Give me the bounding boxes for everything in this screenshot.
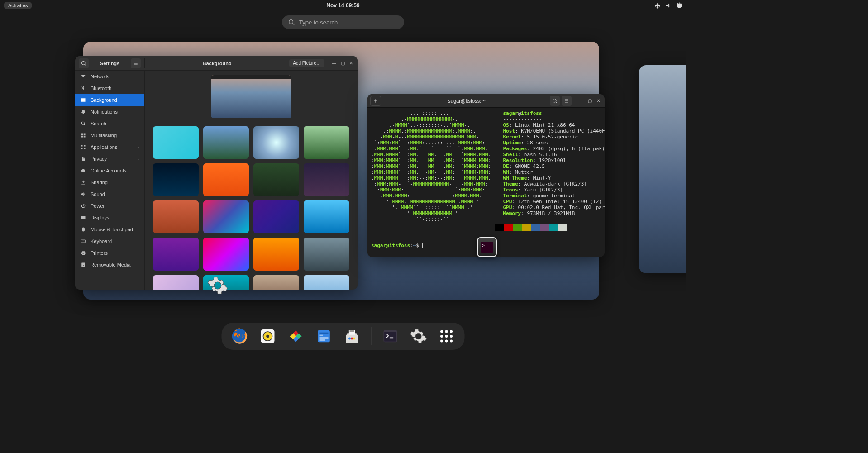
svg-rect-4 [84,134,86,135]
settings-menu-button[interactable] [131,58,141,68]
settings-window[interactable]: Settings Background Add Picture… — ▢ ✕ N… [75,56,358,290]
wallpaper-thumb[interactable] [253,126,299,159]
dock-settings[interactable] [410,327,428,345]
sidebar-item-applications[interactable]: Applications› [75,141,144,153]
wallpaper-thumb[interactable] [203,163,249,196]
sidebar-item-label: Privacy [91,156,107,162]
wallpaper-thumb[interactable] [153,238,199,270]
wallpaper-thumb[interactable] [304,163,349,196]
terminal-search-button[interactable] [550,96,560,106]
new-tab-button[interactable] [370,96,381,106]
sidebar-item-label: Mouse & Touchpad [91,227,133,232]
chevron-right-icon: › [138,145,139,150]
sidebar-item-keyboard[interactable]: Keyboard [75,235,144,247]
sidebar-item-label: Displays [91,215,110,220]
wallpaper-thumb[interactable] [253,163,299,196]
svg-point-13 [83,265,84,266]
minimize-button[interactable]: — [579,98,583,103]
add-picture-button[interactable]: Add Picture… [289,59,324,67]
dash [222,323,465,350]
sidebar-item-online-accounts[interactable]: Online Accounts [75,165,144,176]
close-button[interactable]: ✕ [349,61,353,66]
svg-point-18 [266,335,269,338]
terminal-window[interactable]: sagar@itsfoss: ~ — ▢ ✕ ...-:::::-... sag… [367,94,605,257]
sidebar-item-multitasking[interactable]: Multitasking [75,129,144,141]
sidebar-item-privacy[interactable]: Privacy› [75,153,144,165]
wallpaper-thumb[interactable] [203,126,249,159]
svg-point-30 [440,330,443,333]
svg-point-25 [348,338,351,340]
maximize-button[interactable]: ▢ [588,98,592,103]
sidebar-item-power[interactable]: Power [75,200,144,212]
sidebar-item-printers[interactable]: Printers [75,247,144,259]
sidebar-item-displays[interactable]: Displays [75,212,144,224]
power-indicator-icon[interactable] [676,2,682,9]
settings-headerbar: Settings Background Add Picture… — ▢ ✕ [75,56,358,71]
wallpaper-thumb[interactable] [153,126,199,159]
svg-point-32 [450,330,453,333]
svg-point-27 [353,338,355,340]
dock-software[interactable] [343,327,361,345]
svg-rect-6 [84,136,86,138]
close-button[interactable]: ✕ [596,98,600,103]
wallpaper-thumb[interactable] [203,200,249,233]
settings-content [145,71,358,290]
wallpaper-thumb[interactable] [153,275,199,290]
wallpaper-thumb[interactable] [153,163,199,196]
wallpaper-thumb[interactable] [304,275,349,290]
dock-show-apps[interactable] [438,327,456,345]
dock-separator [371,327,372,345]
settings-search-button[interactable] [79,58,89,68]
svg-point-14 [553,99,557,102]
wallpaper-thumb[interactable] [253,238,299,270]
sidebar-item-mouse-touchpad[interactable]: Mouse & Touchpad [75,224,144,235]
wallpaper-thumb[interactable] [253,275,299,290]
dock-photos[interactable] [287,327,305,345]
sidebar-item-search[interactable]: Search [75,118,144,129]
wallpaper-thumb[interactable] [304,126,349,159]
dock-firefox[interactable] [231,327,249,345]
settings-pane-title: Background [145,61,289,66]
wallpaper-thumb[interactable] [153,200,199,233]
sidebar-item-notifications[interactable]: Notifications [75,106,144,118]
sidebar-item-background[interactable]: Background [75,94,144,106]
settings-title: Settings [91,61,128,66]
search-placeholder: Type to search [299,19,338,26]
terminal-menu-button[interactable] [562,96,572,106]
overview-search[interactable]: Type to search [282,15,404,29]
sidebar-item-label: Background [91,97,117,103]
sidebar-item-sound[interactable]: Sound [75,188,144,200]
svg-point-38 [450,340,453,343]
wallpaper-grid [153,126,349,290]
wallpaper-thumb[interactable] [203,238,249,270]
wallpaper-thumb[interactable] [304,238,349,270]
sidebar-item-removable-media[interactable]: Removable Media [75,259,144,271]
dock-files[interactable] [315,327,333,345]
svg-rect-10 [84,148,86,149]
svg-rect-8 [84,145,86,147]
volume-indicator-icon[interactable] [665,2,672,9]
activities-button[interactable]: Activities [4,2,32,9]
clock[interactable]: Nov 14 09:59 [326,2,359,9]
svg-rect-9 [81,148,83,149]
sidebar-item-label: Bluetooth [91,86,111,91]
workspace-2[interactable] [639,65,686,273]
sidebar-item-bluetooth[interactable]: Bluetooth [75,82,144,94]
wallpaper-thumb[interactable] [253,200,299,233]
settings-sidebar: NetworkBluetoothBackgroundNotificationsS… [75,71,145,290]
maximize-button[interactable]: ▢ [341,61,345,66]
sidebar-item-sharing[interactable]: Sharing [75,176,144,188]
dock-rhythmbox[interactable] [259,327,277,345]
sidebar-item-network[interactable]: Network [75,71,144,82]
minimize-button[interactable]: — [332,61,336,66]
svg-rect-5 [81,136,83,138]
dock-terminal[interactable] [382,327,400,345]
window-icon-terminal[interactable]: >_ [477,237,497,257]
wallpaper-thumb[interactable] [304,200,349,233]
sidebar-item-label: Online Accounts [91,168,127,173]
svg-rect-22 [320,337,329,339]
window-icon-settings[interactable] [206,274,229,297]
svg-rect-23 [320,339,325,341]
network-indicator-icon[interactable] [654,2,661,9]
svg-rect-11 [81,240,86,243]
